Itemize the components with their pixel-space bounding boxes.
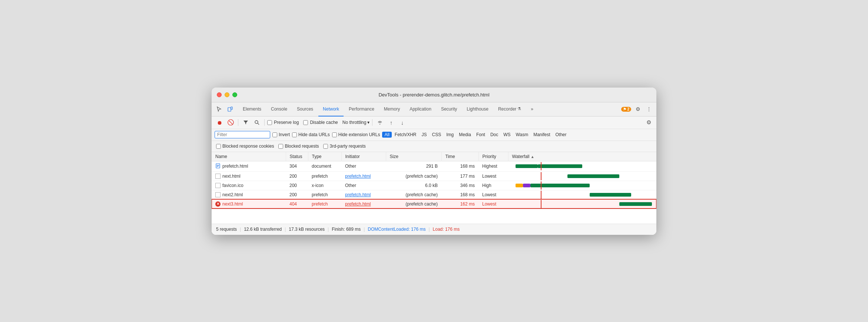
settings-icon[interactable]: ⚙ xyxy=(633,105,642,114)
more-icon[interactable]: ⋮ xyxy=(645,105,653,114)
preserve-log-label[interactable]: Preserve log xyxy=(267,120,299,125)
tab-application[interactable]: Application xyxy=(405,102,436,116)
clear-button[interactable]: 🚫 xyxy=(226,118,235,127)
close-button[interactable] xyxy=(217,92,222,97)
device-toggle-icon[interactable] xyxy=(226,105,235,114)
error-icon: ✕ xyxy=(215,201,221,207)
export-icon[interactable]: ↓ xyxy=(397,118,407,127)
filter-button[interactable] xyxy=(241,118,251,127)
resource-name[interactable]: favicon.ico xyxy=(222,183,243,188)
third-party-label[interactable]: 3rd-party requests xyxy=(323,144,365,149)
tab-security[interactable]: Security xyxy=(437,102,461,116)
col-header-priority[interactable]: Priority xyxy=(478,152,508,161)
search-button[interactable] xyxy=(252,118,262,127)
cell-priority: Lowest xyxy=(478,190,508,199)
filter-type-fetch/xhr[interactable]: Fetch/XHR xyxy=(392,132,419,138)
empty-row xyxy=(212,209,656,224)
filter-type-js[interactable]: JS xyxy=(420,132,429,138)
wifi-icon-btn[interactable] xyxy=(375,118,385,127)
hide-extension-urls-label[interactable]: Hide extension URLs xyxy=(332,132,380,137)
preserve-log-checkbox[interactable] xyxy=(267,120,272,125)
filter-type-media[interactable]: Media xyxy=(457,132,473,138)
transferred-size: 12.6 kB transferred xyxy=(244,227,282,232)
tab-performance[interactable]: Performance xyxy=(344,102,379,116)
table-row[interactable]: next.html200prefetchprefetch.html(prefet… xyxy=(212,171,656,181)
network-settings-icon[interactable]: ⚙ xyxy=(644,118,653,127)
cell-size: (prefetch cache) xyxy=(386,199,441,208)
tab-recorder[interactable]: Recorder ⚗ xyxy=(494,102,526,116)
col-header-size[interactable]: Size xyxy=(386,152,441,161)
table-row[interactable]: prefetch.html304documentOther291 B168 ms… xyxy=(212,161,656,171)
filter-type-wasm[interactable]: Wasm xyxy=(514,132,531,138)
col-header-waterfall[interactable]: Waterfall ▲ xyxy=(508,152,656,161)
devtools-body: Elements Console Sources Network Perform… xyxy=(212,102,656,235)
issues-badge[interactable]: ⚑ 2 xyxy=(621,107,631,112)
hide-data-urls-label[interactable]: Hide data URLs xyxy=(292,132,330,137)
table-row[interactable]: next2.html200prefetchprefetch.html(prefe… xyxy=(212,190,656,199)
tab-network[interactable]: Network xyxy=(318,102,344,116)
blocked-requests-checkbox[interactable] xyxy=(278,144,283,149)
resource-name[interactable]: prefetch.html xyxy=(222,164,248,169)
table-row[interactable]: favicon.ico200x-iconOther6.0 kB346 msHig… xyxy=(212,181,656,190)
record-stop-button[interactable]: ⏺ xyxy=(215,118,224,127)
toolbar-divider-2 xyxy=(264,119,265,126)
minimize-button[interactable] xyxy=(225,92,229,97)
hide-extension-urls-checkbox[interactable] xyxy=(332,132,337,137)
filter-type-other[interactable]: Other xyxy=(553,132,569,138)
cell-size: 6.0 kB xyxy=(386,181,441,190)
table-row[interactable]: ✕next3.html404prefetchprefetch.html(pref… xyxy=(212,199,656,208)
import-icon[interactable]: ↑ xyxy=(386,118,396,127)
hide-data-urls-checkbox[interactable] xyxy=(292,132,297,137)
filter-type-ws[interactable]: WS xyxy=(501,132,513,138)
fullscreen-button[interactable] xyxy=(232,92,237,97)
tab-lighthouse[interactable]: Lighthouse xyxy=(462,102,493,116)
filter-type-css[interactable]: CSS xyxy=(430,132,444,138)
tab-more[interactable]: » xyxy=(526,102,538,116)
col-header-initiator[interactable]: Initiator xyxy=(341,152,386,161)
tab-memory[interactable]: Memory xyxy=(380,102,404,116)
cell-initiator[interactable]: prefetch.html xyxy=(341,171,386,181)
blocked-response-cookies-checkbox[interactable] xyxy=(216,144,221,149)
filter-type-all[interactable]: All xyxy=(382,132,391,138)
col-header-time[interactable]: Time xyxy=(441,152,478,161)
blocked-requests-label[interactable]: Blocked requests xyxy=(278,144,319,149)
table-header: Name Status Type Initiator Size Time Pri… xyxy=(212,152,656,161)
filter-type-font[interactable]: Font xyxy=(474,132,487,138)
titlebar: DevTools - prerender-demos.glitch.me/pre… xyxy=(212,88,656,102)
cell-waterfall xyxy=(508,171,656,181)
waterfall-redline xyxy=(541,200,541,208)
cell-size: (prefetch cache) xyxy=(386,190,441,199)
tab-sources[interactable]: Sources xyxy=(292,102,318,116)
cell-initiator[interactable]: prefetch.html xyxy=(341,190,386,199)
filter-input[interactable] xyxy=(215,131,270,138)
filter-type-img[interactable]: Img xyxy=(444,132,456,138)
filter-type-doc[interactable]: Doc xyxy=(488,132,500,138)
disable-cache-checkbox[interactable] xyxy=(303,120,308,125)
throttle-selector[interactable]: No throttling ▾ xyxy=(342,120,370,125)
col-header-name[interactable]: Name xyxy=(212,152,286,161)
cell-initiator[interactable]: prefetch.html xyxy=(341,199,386,208)
cell-name: next2.html xyxy=(212,190,286,199)
resource-name[interactable]: next2.html xyxy=(222,192,243,197)
col-header-status[interactable]: Status xyxy=(286,152,308,161)
blocked-response-cookies-label[interactable]: Blocked response cookies xyxy=(216,144,274,149)
invert-checkbox[interactable] xyxy=(272,132,277,137)
disable-cache-label[interactable]: Disable cache xyxy=(303,120,338,125)
cell-type: prefetch xyxy=(308,190,341,199)
invert-label[interactable]: Invert xyxy=(272,132,290,137)
col-header-type[interactable]: Type xyxy=(308,152,341,161)
sort-arrow-icon: ▲ xyxy=(531,155,534,159)
tab-elements[interactable]: Elements xyxy=(238,102,266,116)
filter-type-manifest[interactable]: Manifest xyxy=(531,132,552,138)
status-bar: 5 requests | 12.6 kB transferred | 17.3 … xyxy=(212,224,656,235)
tab-console[interactable]: Console xyxy=(266,102,292,116)
blocked-bar: Blocked response cookies Blocked request… xyxy=(212,141,656,152)
resource-name[interactable]: next.html xyxy=(222,174,241,179)
cursor-icon[interactable] xyxy=(215,105,223,114)
waterfall-bar xyxy=(516,184,523,187)
waterfall-bar xyxy=(538,164,582,168)
cell-time: 177 ms xyxy=(441,171,478,181)
resource-name[interactable]: next3.html xyxy=(222,201,243,207)
network-table-container: Name Status Type Initiator Size Time Pri… xyxy=(212,152,656,224)
third-party-checkbox[interactable] xyxy=(323,144,328,149)
